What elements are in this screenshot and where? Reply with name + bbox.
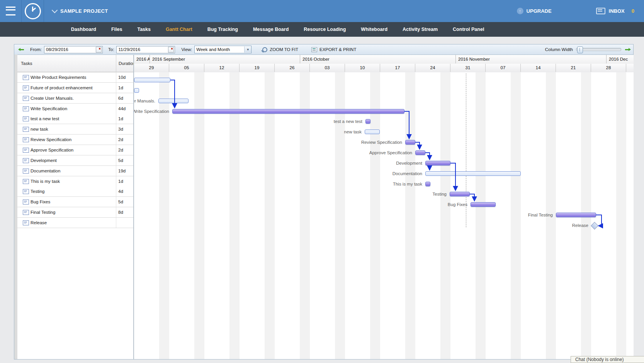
calendar-icon[interactable] xyxy=(168,47,174,53)
gantt-bar[interactable] xyxy=(365,130,380,134)
tab-tasks[interactable]: Tasks xyxy=(137,27,151,32)
gantt-bar[interactable] xyxy=(134,88,139,93)
gantt-bar[interactable] xyxy=(471,202,496,207)
project-selector[interactable]: SAMPLE PROJECT xyxy=(53,8,108,14)
export-print-label: EXPORT & PRINT xyxy=(319,47,356,52)
app-window: SAMPLE PROJECT ↑ UPGRADE INBOX 0 Dashboa… xyxy=(0,0,644,363)
gantt-bar-label: new task xyxy=(284,129,362,135)
task-doc-icon xyxy=(23,169,29,174)
task-name: Create User Manuals. xyxy=(31,93,114,103)
milestone-diamond[interactable] xyxy=(591,222,598,230)
view-select-value: Week and Month xyxy=(195,47,244,52)
gantt-bar-label: Review Specification xyxy=(325,140,402,145)
export-print-button[interactable]: EXPORT & PRINT xyxy=(311,47,356,52)
table-row[interactable]: Write Specification44d xyxy=(17,104,134,114)
table-row[interactable]: Review Specification2d xyxy=(17,135,134,145)
table-row[interactable]: Bug Fixes5d xyxy=(17,197,134,207)
column-divider xyxy=(116,83,116,93)
tab-activity-stream[interactable]: Activity Stream xyxy=(403,27,438,32)
zoom-to-fit-button[interactable]: ZOOM TO FIT xyxy=(262,47,298,52)
table-row[interactable]: Testing4d xyxy=(17,186,134,197)
task-doc-icon xyxy=(23,210,29,215)
month-header-cell: 2016 October xyxy=(300,55,455,63)
gantt-bar[interactable] xyxy=(450,192,470,196)
table-row[interactable]: Documentation19d xyxy=(17,166,134,176)
connector-arrow xyxy=(470,194,474,201)
zoom-to-fit-label: ZOOM TO FIT xyxy=(270,47,298,52)
slider-handle[interactable] xyxy=(577,46,583,53)
gantt-bar[interactable] xyxy=(158,99,189,103)
upgrade-button[interactable]: ↑ UPGRADE xyxy=(517,8,552,14)
weekend-stripe xyxy=(405,72,415,359)
chat-bar[interactable]: Chat (Nobody is online) xyxy=(571,356,644,363)
weekend-stripe xyxy=(616,72,626,359)
export-icon xyxy=(311,47,317,52)
upgrade-arrow-icon: ↑ xyxy=(517,8,523,14)
weekend-stripe xyxy=(265,72,275,359)
scroll-left-button[interactable] xyxy=(18,48,24,51)
gantt-bar[interactable] xyxy=(405,140,415,145)
tab-bug-tracking[interactable]: Bug Tracking xyxy=(207,27,238,32)
connector-arrow xyxy=(170,80,175,108)
tab-dashboard[interactable]: Dashboard xyxy=(71,27,96,32)
table-row[interactable]: Future of product enhancement1d xyxy=(17,83,134,93)
app-logo[interactable] xyxy=(22,0,44,22)
inbox-count-badge: 0 xyxy=(632,8,634,14)
connector-arrow xyxy=(415,142,420,149)
column-divider xyxy=(116,124,116,134)
gantt-bar[interactable] xyxy=(415,150,425,155)
weekend-stripe xyxy=(194,72,204,359)
calendar-icon[interactable] xyxy=(96,47,102,53)
gantt-bar[interactable] xyxy=(365,119,370,124)
task-doc-icon xyxy=(23,85,29,90)
task-name: test a new test xyxy=(31,114,114,124)
table-row[interactable]: Final Testing8d xyxy=(17,207,134,218)
table-row[interactable]: test a new test1d xyxy=(17,114,134,124)
table-row[interactable]: Create User Manuals.6d xyxy=(17,93,134,104)
table-row[interactable]: This is my task1d xyxy=(17,176,134,187)
gantt-bar[interactable] xyxy=(134,78,170,82)
view-select[interactable]: Week and Month ▼ xyxy=(194,46,251,53)
month-header-cell: 2016 September xyxy=(150,55,300,63)
tab-message-board[interactable]: Message Board xyxy=(253,27,289,32)
table-row[interactable]: new task3d xyxy=(17,124,134,135)
table-row[interactable]: Write Product Requirements10d xyxy=(17,72,134,83)
task-name: Write Product Requirements xyxy=(31,72,114,82)
tab-whiteboard[interactable]: Whiteboard xyxy=(361,27,387,32)
task-name: Final Testing xyxy=(31,207,114,217)
gantt-bar-label: Write Specification xyxy=(134,109,169,114)
gantt-bar[interactable] xyxy=(425,161,450,165)
hamburger-menu-button[interactable] xyxy=(0,0,21,22)
chevron-down-icon: ▼ xyxy=(244,46,251,53)
task-doc-icon xyxy=(23,96,29,101)
scroll-right-button[interactable] xyxy=(625,48,631,51)
weekend-stripe xyxy=(229,72,240,359)
inbox-button[interactable]: INBOX xyxy=(596,8,625,14)
table-row[interactable]: Approve Specification2d xyxy=(17,145,134,155)
gantt-bar-label: Documentation xyxy=(345,171,422,177)
tab-files[interactable]: Files xyxy=(111,27,122,32)
gantt-bar[interactable] xyxy=(425,171,521,176)
task-duration: 1d xyxy=(118,176,123,186)
column-divider xyxy=(116,72,116,82)
task-duration: 44d xyxy=(118,104,126,114)
tab-control-panel[interactable]: Control Panel xyxy=(453,27,484,32)
gantt-bar[interactable] xyxy=(172,109,404,114)
task-table-body: Write Product Requirements10dFuture of p… xyxy=(17,72,134,359)
tab-resource-loading[interactable]: Resource Loading xyxy=(304,27,346,32)
to-date-input[interactable] xyxy=(117,47,168,52)
task-doc-icon xyxy=(23,158,29,163)
column-divider xyxy=(116,176,116,186)
table-row[interactable]: Release xyxy=(17,218,134,228)
tab-gantt-chart[interactable]: Gantt Chart xyxy=(166,27,192,32)
weekend-stripe xyxy=(159,72,169,359)
from-label: From: xyxy=(30,47,42,52)
task-duration: 5d xyxy=(118,197,123,207)
table-row[interactable]: Development5d xyxy=(17,155,134,166)
column-width-slider[interactable] xyxy=(576,48,621,51)
gantt-bar[interactable] xyxy=(425,182,430,186)
gantt-bar[interactable] xyxy=(556,213,596,217)
from-date-input[interactable] xyxy=(45,47,96,52)
task-table-header: Tasks Duration xyxy=(17,55,134,72)
month-header-cell: 2016 November xyxy=(455,55,606,63)
